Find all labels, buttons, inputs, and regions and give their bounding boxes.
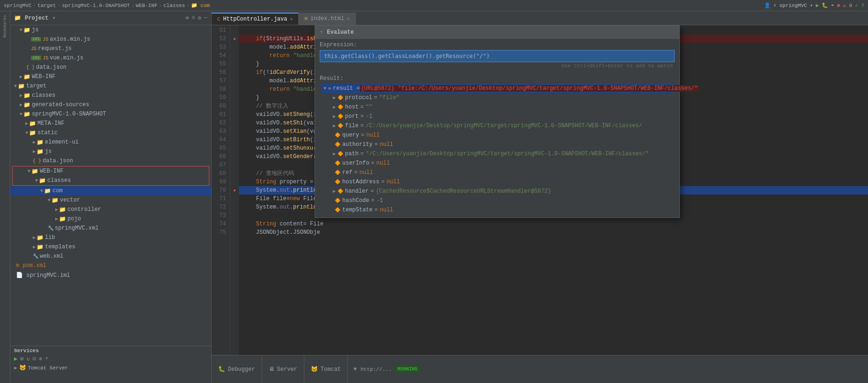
- bc-item-5[interactable]: classes: [163, 3, 185, 8]
- bottom-tab-debugger[interactable]: 🐛 Debugger: [212, 355, 262, 383]
- minimize-icon[interactable]: —: [204, 14, 207, 22]
- vcs-icon[interactable]: ⬆: [773, 2, 777, 8]
- tree-item-vector[interactable]: ▼ 📁 vector: [10, 195, 211, 205]
- breakpoint-52[interactable]: ●: [233, 36, 236, 42]
- tree-item-webinf-top[interactable]: ▶ 📁 WEB-INF: [10, 72, 211, 81]
- tab-indexhtml[interactable]: H index.html ✕: [299, 13, 356, 25]
- result-row-userinfo[interactable]: 🔶 userInfo = null: [322, 159, 675, 168]
- code-area: 51 52 53 54 55 56 57 58 59 60 61 62 63 6…: [212, 25, 868, 355]
- tree-item-snapshot[interactable]: ▼ 📁 springMVC-1.0-SNAPSHOT: [10, 109, 211, 119]
- close-tab-btn[interactable]: ✕: [347, 16, 350, 22]
- eval-expression-input[interactable]: [320, 50, 675, 62]
- result-val: "": [366, 104, 372, 110]
- bc-item-3[interactable]: springMVC-1.0-SNAPSHOT: [62, 3, 130, 8]
- line-num-66: 66: [212, 152, 226, 161]
- tree-label: WEB-INF: [32, 73, 55, 80]
- tree-item-webxml[interactable]: 🔧 web.xml: [10, 252, 211, 261]
- tree-item-webinf[interactable]: ▼ 📁 WEB-INF: [13, 166, 209, 176]
- tree-item-metainf[interactable]: ▶ 📁 META-INF: [10, 119, 211, 128]
- tree-item-vue[interactable]: 101 JS vue.min.js: [10, 53, 211, 63]
- bc-item-1[interactable]: springMVC: [4, 3, 31, 8]
- tree-item-axios[interactable]: 101 JS axios.min.js: [10, 35, 211, 44]
- services-tomcat-item[interactable]: ▶ 🐱 Tomcat Server: [14, 364, 207, 371]
- tree-item-controller[interactable]: ▶ 📁 controller: [10, 205, 211, 214]
- breakpoint-70[interactable]: ●: [233, 188, 236, 193]
- tree-item-target[interactable]: ▼ 📁 target: [10, 81, 211, 91]
- result-key: path: [345, 151, 359, 157]
- tree-label: lib: [45, 234, 55, 241]
- services-run-icon[interactable]: ▶: [14, 355, 17, 362]
- run-icon[interactable]: ▶: [816, 2, 819, 8]
- settings-icon[interactable]: ⚙: [198, 14, 201, 22]
- tree-label: controller: [67, 206, 101, 213]
- add-icon[interactable]: ⊕: [185, 14, 189, 22]
- tree-item-datajson[interactable]: { } data.json: [10, 63, 211, 72]
- tree-item-js2[interactable]: ▶ 📁 js: [10, 147, 211, 156]
- result-row-hostaddress[interactable]: 🔶 hostAddress = null: [322, 177, 675, 187]
- panel-dropdown-icon[interactable]: ▾: [52, 14, 55, 22]
- result-eq: =: [360, 104, 364, 110]
- services-toolbar: ▶ ⊞ ↻ ⊟ ⊕ +: [14, 355, 207, 362]
- tree-item-pojo[interactable]: ▶ 📁 pojo: [10, 214, 211, 224]
- tree-item-elementui[interactable]: ▶ 📁 element-ui: [10, 137, 211, 147]
- result-row-file[interactable]: ▶ 🔶 file = /C:/Users/yuanjie/Desktop/spr…: [322, 121, 675, 130]
- result-row-ref[interactable]: 🔶 ref = null: [322, 168, 675, 177]
- project-panel: 📁 Project ▾ ⊕ ≡ ⚙ — ▼ 📁 js 101 JS: [10, 11, 212, 383]
- expand-arrow: ▶: [33, 149, 36, 154]
- arrow-down-icon[interactable]: ▼: [353, 366, 357, 373]
- run-dropdown-icon[interactable]: ▾: [810, 2, 813, 8]
- line-numbers: 51 52 53 54 55 56 57 58 59 60 61 62 63 6…: [212, 25, 230, 355]
- tree-item-classes[interactable]: ▼ 📁 classes: [13, 176, 209, 185]
- tree-item-springmvciml[interactable]: 📄 springMVC.iml: [10, 270, 211, 280]
- tree-item-pomxml[interactable]: m pom.xml: [10, 261, 211, 270]
- tab-httpcontroller[interactable]: C HttpController.java ✕: [212, 13, 299, 25]
- services-filter-icon[interactable]: ⊕: [39, 355, 42, 362]
- result-root-row[interactable]: ▼ ∞ result = {URL@5872} "file:/C:/Users/…: [322, 84, 675, 93]
- services-restart-icon[interactable]: ↻: [26, 355, 29, 362]
- bottom-tab-server[interactable]: 🖥 Server: [262, 355, 304, 383]
- tree-item-js[interactable]: ▼ 📁 js: [10, 25, 211, 35]
- profile-icon[interactable]: 👤: [764, 2, 771, 8]
- project-name: springMVC: [779, 3, 807, 8]
- result-row-protocol[interactable]: ▶ 🔶 protocol = "file": [322, 93, 675, 102]
- tree-item-datajson2[interactable]: { } data.json: [10, 156, 211, 166]
- tree-label: vue.min.js: [50, 55, 83, 61]
- expand-arrow: ▶: [14, 365, 17, 371]
- tree-item-com[interactable]: ▼ 📁 com: [10, 186, 211, 195]
- bc-item-2[interactable]: target: [37, 3, 56, 8]
- tree-item-templates[interactable]: ▶ 📁 templates: [10, 242, 211, 252]
- result-row-handler[interactable]: ▶ 🔶 handler = {CachedResource$CachedReso…: [322, 187, 675, 196]
- bc-item-4[interactable]: WEB-INF: [136, 3, 157, 8]
- result-row-query[interactable]: 🔶 query = null: [322, 130, 675, 140]
- result-row-port[interactable]: ▶ 🔶 port = -1: [322, 112, 675, 121]
- result-row-path[interactable]: ▶ 🔶 path = "/C:/Users/yuanjie/Desktop/sp…: [322, 149, 675, 159]
- coverage-icon[interactable]: ☂: [831, 2, 834, 8]
- services-plus-icon[interactable]: +: [45, 355, 48, 362]
- tree-item-request[interactable]: JS request.js: [10, 44, 211, 53]
- result-row-tempstate[interactable]: 🔶 tempState = null: [322, 205, 675, 215]
- services-stop-icon[interactable]: ⊞: [20, 355, 23, 362]
- services-tree-icon[interactable]: ⊟: [33, 355, 36, 362]
- tree-label: element-ui: [45, 139, 79, 145]
- tree-item-static[interactable]: ▼ 📁 static: [10, 128, 211, 137]
- debug-icon[interactable]: 🐛: [822, 2, 828, 8]
- expand-arrow: ▼: [20, 28, 22, 33]
- close-tab-btn[interactable]: ✕: [290, 16, 293, 22]
- tree-item-generated[interactable]: ▶ 📁 generated-sources: [10, 100, 211, 109]
- stop-icon[interactable]: ■: [837, 3, 840, 8]
- tree-item-springmvcxml[interactable]: 🔧 springMVC.xml: [10, 224, 211, 233]
- tree-label: com: [52, 188, 63, 194]
- line-num-59: 59: [212, 94, 226, 102]
- collapse-icon[interactable]: ≡: [191, 14, 195, 22]
- bc-item-6[interactable]: 📁 com: [191, 2, 210, 8]
- xml-icon: 🔧: [33, 253, 38, 259]
- result-row-authority[interactable]: 🔶 authority = null: [322, 140, 675, 149]
- tree-item-classes-top[interactable]: ▶ 📁 classes: [10, 91, 211, 100]
- tree-item-lib[interactable]: ▶ 📁 lib: [10, 233, 211, 242]
- result-row-host[interactable]: ▶ 🔶 host = "": [322, 102, 675, 112]
- result-row-hashcode[interactable]: 🔶 hashCode = -1: [322, 196, 675, 205]
- bottom-tab-tomcat[interactable]: 🐱 Tomcat: [304, 355, 348, 383]
- orange-dot: 🔶: [335, 207, 340, 213]
- gutter: ● ●: [230, 25, 239, 355]
- result-key: query: [342, 132, 359, 138]
